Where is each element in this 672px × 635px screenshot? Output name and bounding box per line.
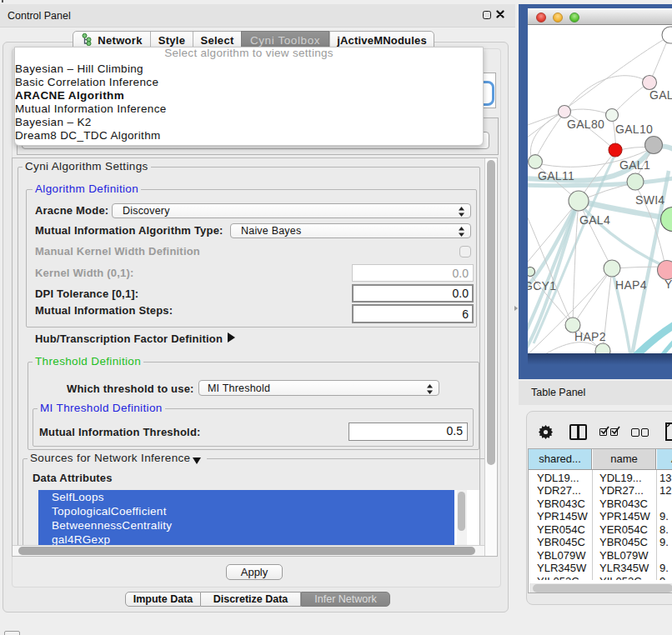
svg-text:GAL4: GAL4 <box>579 213 610 227</box>
svg-text:SWI4: SWI4 <box>635 193 664 207</box>
svg-text:GCY1: GCY1 <box>528 279 556 292</box>
svg-text:HAP2: HAP2 <box>574 330 606 343</box>
svg-text:GAL7: GAL7 <box>649 88 672 102</box>
svg-text:GAL80: GAL80 <box>567 118 604 131</box>
svg-text:GAL10: GAL10 <box>615 122 653 136</box>
svg-text:YP: YP <box>664 278 672 291</box>
svg-text:GAL11: GAL11 <box>538 169 574 182</box>
svg-text:HAP4: HAP4 <box>615 278 647 292</box>
svg-text:GAL1: GAL1 <box>619 158 650 172</box>
